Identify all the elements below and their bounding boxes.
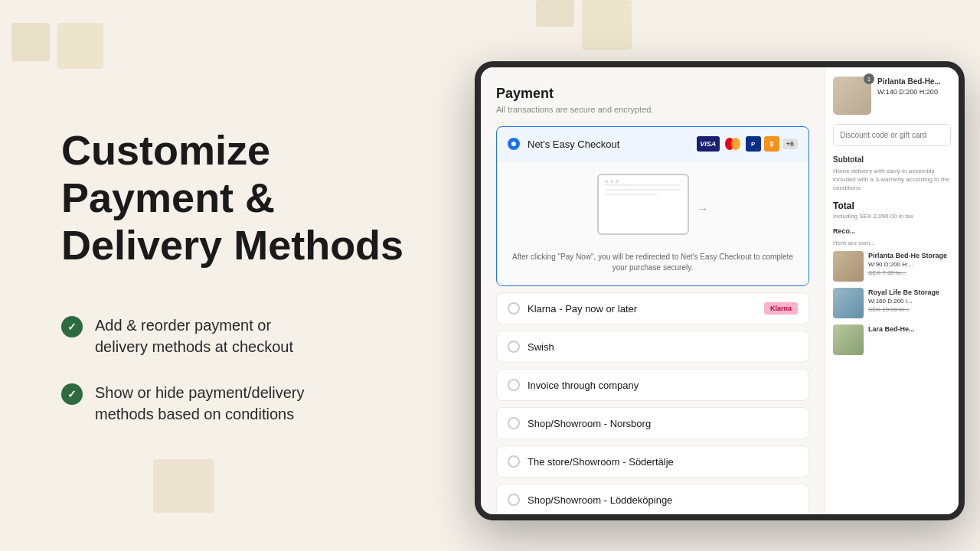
payment-option-nets[interactable]: Net's Easy Checkout VISA P ₿ +6 xyxy=(496,126,809,286)
total-section: Total Including SEK 2,096.00 in tax xyxy=(833,201,951,220)
sidebar-product: 1 Pirlanta Bed-He... W:140 D:200 H:200 xyxy=(833,77,951,115)
total-label: Total xyxy=(833,201,951,211)
discount-input[interactable] xyxy=(833,124,951,146)
payment-option-sodertalje[interactable]: The store/Showroom - Södertälje xyxy=(496,445,809,478)
product-dims: W:140 D:200 H:200 xyxy=(877,87,941,97)
payment-option-klarna[interactable]: Klarna - Pay now or later Klarna xyxy=(496,292,809,324)
page-title: Customize Payment & Delivery Methods xyxy=(61,126,429,269)
payment-option-swish[interactable]: Swish xyxy=(496,331,809,363)
tablet-sidebar: 1 Pirlanta Bed-He... W:140 D:200 H:200 S… xyxy=(825,67,959,514)
mastercard-icon xyxy=(723,137,743,151)
radio-loddekoepinge[interactable] xyxy=(508,494,520,506)
product-badge: 1 xyxy=(864,73,874,84)
right-panel: Payment All transactions are secure and … xyxy=(429,0,980,551)
feature-item-1: Add & reorder payment or delivery method… xyxy=(61,315,429,357)
card-icons: VISA P ₿ +6 xyxy=(697,136,798,152)
payment-option-norsborg[interactable]: Shop/Showroom - Norsborg xyxy=(496,407,809,439)
reco-image-2 xyxy=(833,288,864,318)
klarna-label: Klarna - Pay now or later xyxy=(528,303,756,315)
klarna-badge: Klarna xyxy=(764,302,798,315)
nets-checkout-content: → After clicking "Pay Now", you will be … xyxy=(497,161,808,285)
payment-option-invoice[interactable]: Invoice through company xyxy=(496,369,809,401)
swish-label: Swish xyxy=(528,341,798,353)
reco-info-3: Lara Bed-He... xyxy=(868,324,915,355)
loddekoepinge-label: Shop/Showroom - Löddeköpinge xyxy=(528,494,798,506)
reco-item-3: Lara Bed-He... xyxy=(833,324,951,355)
radio-klarna[interactable] xyxy=(508,302,520,315)
radio-invoice[interactable] xyxy=(508,379,520,391)
feature-list: Add & reorder payment or delivery method… xyxy=(61,315,429,425)
product-name: Pirlanta Bed-He... xyxy=(877,77,941,87)
reco-image-1 xyxy=(833,251,864,282)
subtotal-label: Subtotal xyxy=(833,155,951,164)
radio-swish[interactable] xyxy=(508,341,520,353)
radio-norsborg[interactable] xyxy=(508,417,520,429)
tablet-device: Payment All transactions are secure and … xyxy=(475,61,965,520)
payment-panel: Payment All transactions are secure and … xyxy=(481,67,825,514)
invoice-label: Invoice through company xyxy=(528,380,798,391)
feature-text-1: Add & reorder payment or delivery method… xyxy=(95,315,293,357)
reco-label: Reco... xyxy=(833,227,951,235)
paypal-icon: P xyxy=(746,136,761,152)
reco-item-2: Royal Life Be Storage W:160 D:200 /... S… xyxy=(833,288,951,318)
feature-text-2: Show or hide payment/delivery methods ba… xyxy=(95,382,304,425)
radio-nets[interactable] xyxy=(508,138,520,150)
product-image-container: 1 xyxy=(833,77,871,115)
tablet-screen: Payment All transactions are secure and … xyxy=(481,67,959,514)
visa-icon: VISA xyxy=(697,136,720,152)
payment-subtitle: All transactions are secure and encrypte… xyxy=(496,105,809,114)
payment-option-loddekoepinge[interactable]: Shop/Showroom - Löddeköpinge xyxy=(496,484,809,514)
subtotal-desc: Home delivery with carry-in assembly inc… xyxy=(833,167,951,193)
reco-image-3 xyxy=(833,324,864,355)
crypto-icon: ₿ xyxy=(764,136,779,152)
total-tax: Including SEK 2,096.00 in tax xyxy=(833,213,951,220)
left-panel: Customize Payment & Delivery Methods Add… xyxy=(0,0,475,551)
radio-sodertalje[interactable] xyxy=(508,455,520,468)
more-cards-badge: +6 xyxy=(782,139,798,149)
reco-info-2: Royal Life Be Storage W:160 D:200 /... S… xyxy=(868,288,939,318)
reco-item-1: Pirlanta Bed-He Storage W:90 D:200 H:...… xyxy=(833,251,951,282)
feature-item-2: Show or hide payment/delivery methods ba… xyxy=(61,382,429,425)
check-icon-1 xyxy=(61,316,83,337)
product-info: Pirlanta Bed-He... W:140 D:200 H:200 xyxy=(877,77,941,115)
norsborg-label: Shop/Showroom - Norsborg xyxy=(528,418,798,429)
reco-subtitle: Here are som... xyxy=(833,240,951,246)
check-icon-2 xyxy=(61,383,83,405)
nets-label: Net's Easy Checkout xyxy=(528,139,689,150)
sodertalje-label: The store/Showroom - Södertälje xyxy=(528,456,798,468)
reco-info-1: Pirlanta Bed-He Storage W:90 D:200 H:...… xyxy=(868,251,947,282)
subtotal-section: Subtotal Home delivery with carry-in ass… xyxy=(833,155,951,193)
nets-redirect-text: After clicking "Pay Now", you will be re… xyxy=(508,252,798,273)
reco-section: Reco... Here are som... Pirlanta Bed-He … xyxy=(833,227,951,355)
browser-mockup xyxy=(597,174,689,235)
payment-title: Payment xyxy=(496,86,809,102)
redirect-arrow: → xyxy=(697,202,709,216)
